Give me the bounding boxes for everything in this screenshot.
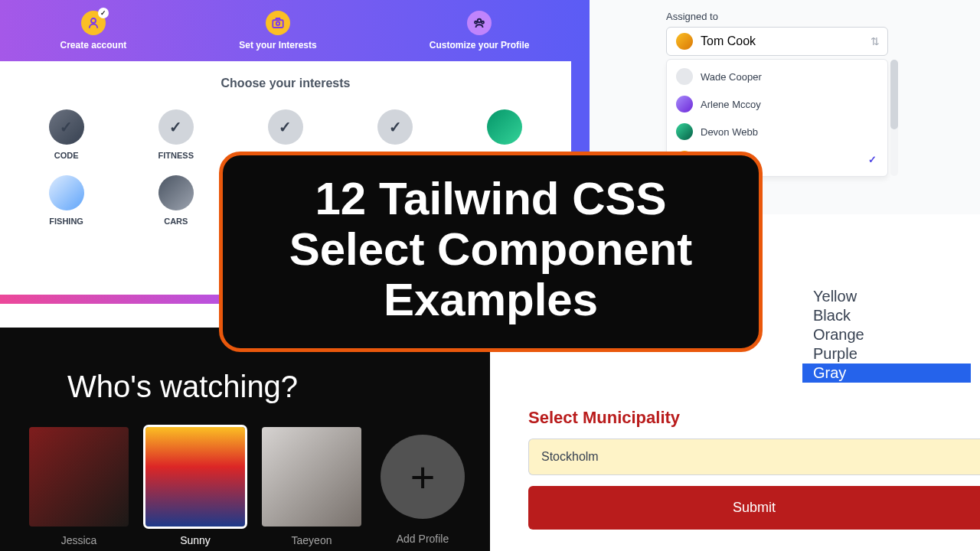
wizard-steps: Create account Set your Interests Custom… xyxy=(0,0,590,61)
camera-icon xyxy=(266,11,290,35)
interest-icon xyxy=(487,109,522,145)
submit-button[interactable]: Submit xyxy=(528,486,980,530)
interest-cars[interactable]: CARS xyxy=(125,175,227,226)
color-option-selected[interactable]: Gray xyxy=(802,364,971,383)
color-select-list: Yellow Black Orange Purple Gray xyxy=(802,287,971,383)
interest-label: CARS xyxy=(164,217,188,226)
svg-point-3 xyxy=(478,19,482,23)
dropdown-option[interactable]: Arlene Mccoy xyxy=(667,90,887,118)
assigned-label: Assigned to xyxy=(666,11,888,22)
step-label: Customize your Profile xyxy=(430,40,530,51)
profile-image xyxy=(262,427,361,527)
title-banner: 12 Tailwind CSS Select Component Example… xyxy=(219,152,763,352)
color-option[interactable]: Purple xyxy=(802,344,971,364)
step-done-icon xyxy=(98,8,109,18)
updown-icon: ⇅ xyxy=(871,35,880,47)
svg-point-0 xyxy=(91,18,96,23)
step-customize-profile[interactable]: Customize your Profile xyxy=(430,11,530,51)
municipality-select[interactable]: Stockholm xyxy=(528,439,980,475)
interest-icon xyxy=(158,109,194,145)
color-option[interactable]: Orange xyxy=(802,325,971,344)
option-label: Devon Webb xyxy=(701,126,758,138)
profile-image xyxy=(145,427,245,527)
scrollbar-thumb[interactable] xyxy=(890,60,898,129)
profile-image xyxy=(29,427,129,527)
profile-sunny[interactable]: Sunny xyxy=(145,427,245,546)
avatar xyxy=(676,33,693,50)
profile-name: Taeyeon xyxy=(292,534,332,546)
step-create-account[interactable]: Create account xyxy=(60,11,127,51)
svg-point-4 xyxy=(475,21,477,24)
selected-value: Tom Cook xyxy=(701,34,756,48)
avatar xyxy=(676,123,693,140)
color-option[interactable]: Black xyxy=(802,306,971,325)
option-label: Wade Cooper xyxy=(701,71,762,83)
assigned-select[interactable]: Tom Cook ⇅ xyxy=(666,27,888,56)
profile-jessica[interactable]: Jessica xyxy=(29,427,129,546)
interest-icon xyxy=(49,175,84,210)
watching-title: Who's watching? xyxy=(67,370,467,404)
interest-icon xyxy=(49,109,84,145)
profile-name: Add Profile xyxy=(397,533,449,545)
interest-icon xyxy=(377,109,413,145)
profile-name: Sunny xyxy=(180,534,211,546)
interest-icon xyxy=(268,109,303,145)
step-set-interests[interactable]: Set your Interests xyxy=(239,11,316,51)
municipality-label: Select Municipality xyxy=(528,408,980,428)
color-option[interactable]: Yellow xyxy=(802,287,971,306)
avatar xyxy=(676,68,693,85)
interest-icon xyxy=(158,175,194,210)
interest-fishing[interactable]: FISHING xyxy=(15,175,117,226)
check-icon: ✓ xyxy=(868,154,877,165)
svg-point-5 xyxy=(482,21,484,24)
step-label: Set your Interests xyxy=(239,40,316,51)
interest-label: FISHING xyxy=(49,217,83,226)
interest-label: CODE xyxy=(54,151,79,160)
interest-code[interactable]: CODE xyxy=(15,109,117,160)
profile-icon xyxy=(467,11,492,35)
account-icon xyxy=(81,11,106,35)
interests-heading: Choose your interests xyxy=(0,77,571,90)
dropdown-option[interactable]: Devon Webb xyxy=(667,118,887,145)
profiles-panel: Who's watching? Jessica Sunny Taeyeon +A… xyxy=(0,328,490,551)
profile-taeyeon[interactable]: Taeyeon xyxy=(262,427,361,546)
option-label: Arlene Mccoy xyxy=(701,99,761,110)
municipality-form: Select Municipality Stockholm Submit xyxy=(528,408,980,530)
profiles-row: Jessica Sunny Taeyeon +Add Profile xyxy=(29,427,467,546)
profile-name: Jessica xyxy=(61,534,97,546)
dropdown-option[interactable]: Wade Cooper xyxy=(667,63,887,90)
scrollbar[interactable] xyxy=(890,60,898,176)
banner-title: 12 Tailwind CSS Select Component Example… xyxy=(246,174,736,325)
step-label: Create account xyxy=(60,40,127,51)
interest-label: FITNESS xyxy=(158,151,194,160)
avatar xyxy=(676,96,693,112)
add-profile[interactable]: +Add Profile xyxy=(378,427,467,546)
interest-fitness[interactable]: FITNESS xyxy=(125,109,227,160)
plus-icon: + xyxy=(381,435,465,519)
svg-point-2 xyxy=(276,22,280,26)
